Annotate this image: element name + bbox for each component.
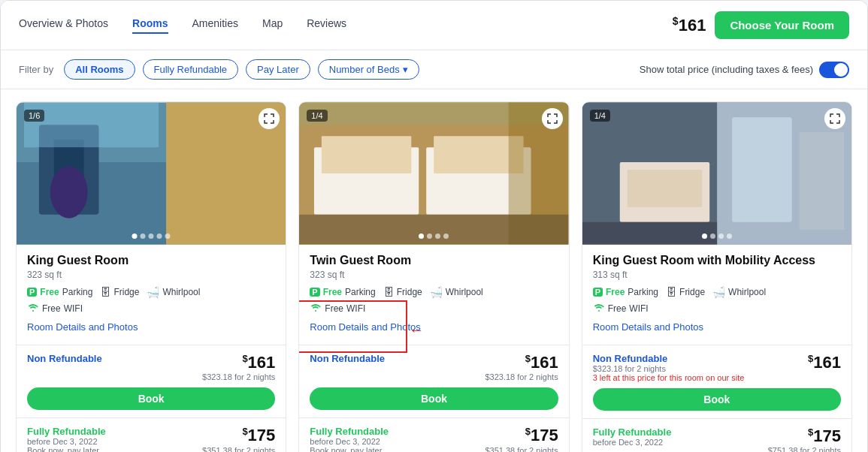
- image-counter-king: 1/6: [24, 110, 44, 122]
- nav-amenities[interactable]: Amenities: [192, 17, 238, 34]
- wifi-icon-mobility: [593, 303, 605, 314]
- scarcity-note-mobility: 3 left at this price for this room on ou…: [593, 373, 745, 382]
- wifi-row-mobility: Free WIFI: [593, 303, 841, 314]
- fridge-icon-twin: 🗄: [383, 286, 394, 298]
- parking-icon: P: [27, 288, 37, 297]
- price-total-twin-nonref: $323.18 for 2 nights: [485, 372, 558, 381]
- filter-number-of-beds[interactable]: Number of Beds ▾: [318, 59, 419, 80]
- fridge-icon-mobility: 🗄: [666, 286, 676, 298]
- parking-amenity: P Free Parking: [27, 286, 92, 298]
- rate-non-refundable-king: Non Refundable $161 $323.18 for 2 nights…: [17, 345, 286, 417]
- rooms-grid: 1/6 King Guest Room 323 sq ft P Free Par…: [1, 89, 867, 452]
- rate-refundable-king: Fully Refundable before Dec 3, 2022 Book…: [17, 417, 286, 452]
- whirlpool-icon: 🛁: [147, 286, 159, 298]
- room-info-king: King Guest Room 323 sq ft P Free Parking…: [17, 245, 286, 345]
- price-row-twin-ref: Fully Refundable before Dec 3, 2022 Book…: [310, 426, 558, 452]
- book-button-mobility-nonref[interactable]: Book: [593, 388, 841, 411]
- price-amount-mobility-ref: $175: [768, 426, 841, 446]
- whirlpool-icon-twin: 🛁: [430, 286, 443, 298]
- nav-overview[interactable]: Overview & Photos: [19, 17, 108, 34]
- room-info-twin: Twin Guest Room 323 sq ft P Free Parking…: [299, 245, 568, 345]
- price-row-mobility-ref: Fully Refundable before Dec 3, 2022 $175…: [593, 426, 841, 452]
- room-sqft-king: 323 sq ft: [27, 270, 275, 280]
- top-navigation: Overview & Photos Rooms Amenities Map Re…: [1, 1, 867, 50]
- price-total-king-nonref: $323.18 for 2 nights: [202, 372, 275, 381]
- rate-label-king-ref: Fully Refundable: [27, 426, 106, 437]
- filter-all-rooms[interactable]: All Rooms: [64, 59, 135, 80]
- wifi-row-king: Free WIFI: [27, 303, 275, 314]
- rate-label-mobility-ref: Fully Refundable: [593, 426, 672, 438]
- filter-right: Show total price (including taxes & fees…: [640, 62, 849, 78]
- rate-label-twin-nonref: Non Refundable: [310, 353, 385, 364]
- header-price: $161: [673, 15, 706, 35]
- rate-sub-king-ref: before Dec 3, 2022: [27, 437, 106, 446]
- filter-fully-refundable[interactable]: Fully Refundable: [143, 59, 239, 80]
- room-details-link-king[interactable]: Room Details and Photos: [27, 321, 138, 333]
- filter-left: Filter by All Rooms Fully Refundable Pay…: [19, 59, 419, 80]
- rate-label-king-nonref: Non Refundable: [27, 353, 102, 364]
- image-dots-twin: [419, 234, 449, 239]
- room-image-mobility: 1/4: [582, 102, 851, 245]
- rate-label-mobility-nonref: Non Refundable: [593, 353, 745, 364]
- price-total-mobility-ref: $751.38 for 2 nights: [768, 446, 841, 452]
- fridge-amenity: 🗄 Fridge: [100, 286, 139, 298]
- book-button-twin-nonref[interactable]: Book: [310, 387, 558, 410]
- choose-room-button[interactable]: Choose Your Room: [715, 11, 849, 39]
- rate-sub-twin-ref: before Dec 3, 2022: [310, 437, 389, 446]
- fridge-amenity-mobility: 🗄 Fridge: [666, 286, 705, 298]
- room-details-link-twin[interactable]: Room Details and Photos: [310, 321, 420, 333]
- room-name-mobility: King Guest Room with Mobility Access: [593, 254, 841, 267]
- expand-button-twin[interactable]: [542, 108, 563, 129]
- rate-non-refundable-mobility: Non Refundable $323.18 for 2 nights 3 le…: [582, 345, 851, 418]
- image-counter-twin: 1/4: [307, 110, 327, 122]
- amenities-mobility: P Free Parking 🗄 Fridge 🛁 Whirlpool: [593, 286, 841, 298]
- room-sqft-twin: 323 sq ft: [310, 270, 558, 280]
- rate-sub-mobility-ref: before Dec 3, 2022: [593, 438, 672, 447]
- room-details-link-mobility[interactable]: Room Details and Photos: [593, 321, 703, 333]
- fridge-icon: 🗄: [100, 286, 110, 298]
- svg-rect-15: [299, 215, 568, 245]
- whirlpool-amenity-twin: 🛁 Whirlpool: [430, 286, 483, 298]
- whirlpool-amenity-mobility: 🛁 Whirlpool: [712, 286, 766, 298]
- room-info-mobility: King Guest Room with Mobility Access 313…: [582, 245, 851, 345]
- price-amount-mobility-nonref: $161: [808, 353, 841, 372]
- rate-label-twin-ref: Fully Refundable: [310, 426, 389, 437]
- room-card-king: 1/6 King Guest Room 323 sq ft P Free Par…: [16, 101, 286, 452]
- room-card-twin: 1/4 Twin Guest Room 323 sq ft P Free Par…: [298, 101, 569, 452]
- rate-non-refundable-twin: Non Refundable $161 $323.18 for 2 nights…: [299, 345, 568, 417]
- svg-rect-21: [799, 132, 844, 229]
- room-card-mobility: 1/4 King Guest Room with Mobility Access…: [582, 101, 852, 452]
- svg-rect-11: [322, 136, 411, 173]
- filter-pay-later[interactable]: Pay Later: [246, 59, 310, 80]
- amenities-twin: P Free Parking 🗄 Fridge 🛁 Whirlpool: [310, 286, 558, 298]
- price-row-twin-nonref: Non Refundable $161 $323.18 for 2 nights: [310, 353, 558, 381]
- parking-amenity-twin: P Free Parking: [310, 286, 375, 298]
- parking-amenity-mobility: P Free Parking: [593, 286, 658, 298]
- parking-icon-twin: P: [310, 288, 319, 297]
- rate-refundable-mobility: Fully Refundable before Dec 3, 2022 $175…: [582, 418, 851, 452]
- price-row-mobility-nonref: Non Refundable $323.18 for 2 nights 3 le…: [593, 353, 841, 382]
- parking-icon-mobility: P: [593, 288, 603, 297]
- price-amount-king-nonref: $161: [202, 353, 275, 372]
- room-image-twin: 1/4: [299, 102, 568, 245]
- expand-button-mobility[interactable]: [824, 108, 845, 129]
- chevron-down-icon: ▾: [403, 64, 408, 75]
- nav-reviews[interactable]: Reviews: [307, 17, 346, 34]
- show-price-toggle[interactable]: [819, 62, 849, 78]
- price-amount-king-ref: $175: [202, 426, 275, 445]
- svg-point-5: [50, 166, 88, 218]
- book-button-king-nonref[interactable]: Book: [27, 387, 275, 410]
- filter-bar: Filter by All Rooms Fully Refundable Pay…: [1, 50, 867, 89]
- room-image-king: 1/6: [17, 102, 286, 245]
- amenities-king: P Free Parking 🗄 Fridge 🛁 Whirlpool: [27, 286, 275, 298]
- rate-refundable-twin: Fully Refundable before Dec 3, 2022 Book…: [299, 417, 568, 452]
- nav-right: $161 Choose Your Room: [673, 11, 849, 39]
- nav-rooms[interactable]: Rooms: [132, 17, 168, 34]
- image-counter-mobility: 1/4: [590, 110, 610, 122]
- price-total-twin-ref: $351.38 for 2 nights: [485, 446, 558, 452]
- fridge-amenity-twin: 🗄 Fridge: [383, 286, 422, 298]
- svg-rect-23: [582, 222, 717, 245]
- svg-rect-6: [24, 102, 159, 147]
- image-dots-king: [132, 234, 171, 239]
- nav-map[interactable]: Map: [262, 17, 283, 34]
